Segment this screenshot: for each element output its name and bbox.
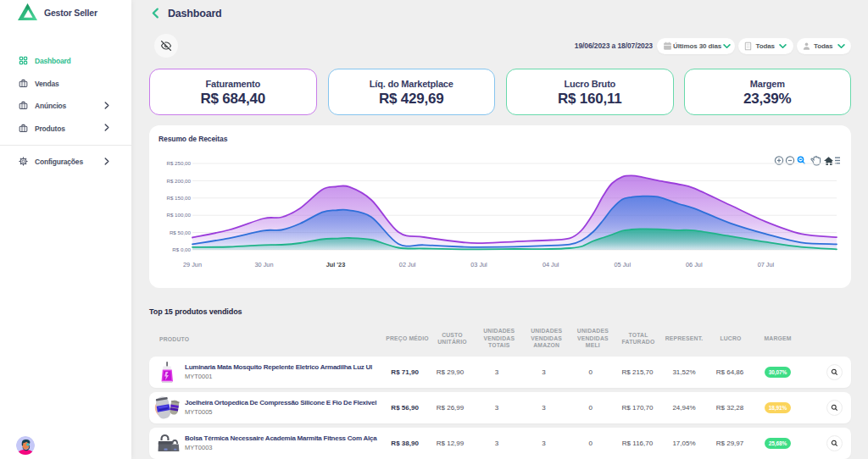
- svg-text:06 Jul: 06 Jul: [686, 261, 703, 268]
- svg-text:05 Jul: 05 Jul: [615, 261, 632, 268]
- svg-text:R$ 50,00: R$ 50,00: [170, 230, 192, 235]
- svg-text:04 Jul: 04 Jul: [542, 261, 559, 268]
- svg-text:02 Jul: 02 Jul: [399, 261, 416, 268]
- svg-text:R$ 200,00: R$ 200,00: [166, 178, 191, 184]
- svg-text:29 Jun: 29 Jun: [183, 261, 202, 268]
- svg-text:Jul '23: Jul '23: [326, 261, 345, 268]
- svg-text:R$ 0,00: R$ 0,00: [172, 246, 191, 252]
- svg-text:R$ 150,00: R$ 150,00: [166, 195, 191, 201]
- svg-text:30 Jun: 30 Jun: [255, 261, 274, 268]
- svg-text:07 Jul: 07 Jul: [758, 261, 775, 268]
- svg-text:03 Jul: 03 Jul: [470, 261, 487, 268]
- svg-text:R$ 100,00: R$ 100,00: [166, 212, 191, 218]
- svg-text:R$ 250,00: R$ 250,00: [166, 160, 191, 166]
